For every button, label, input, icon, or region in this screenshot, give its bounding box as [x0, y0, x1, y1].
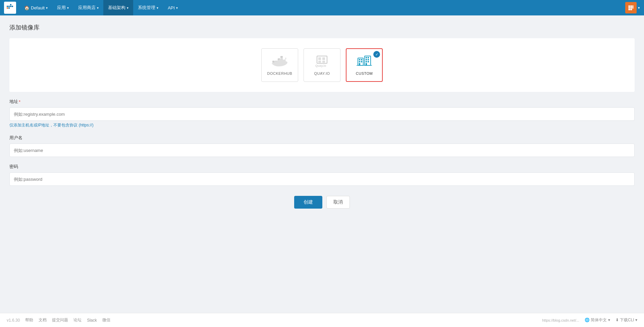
svg-rect-4 — [7, 7, 8, 9]
chevron-down-icon: ▾ — [46, 6, 48, 10]
address-form-group: 地址* 仅添加主机名或IP地址，不要包含协议 (https://) — [9, 99, 635, 128]
svg-rect-9 — [632, 5, 633, 7]
svg-rect-24 — [322, 57, 325, 60]
svg-rect-12 — [629, 9, 630, 10]
footer-download[interactable]: ⬇ 下载CLI ▾ — [615, 317, 637, 323]
custom-registry-icon — [356, 55, 373, 69]
svg-rect-35 — [366, 57, 367, 58]
chevron-down-icon: ▾ — [97, 6, 99, 10]
nav-infra[interactable]: 基础架构 ▾ — [103, 0, 133, 15]
svg-rect-41 — [366, 63, 367, 65]
svg-rect-21 — [280, 56, 283, 58]
page-footer: v1.6.30 帮助 文档 提交问题 论坛 Slack 微信 https://b… — [0, 313, 644, 327]
footer-docs[interactable]: 文档 — [39, 317, 47, 323]
footer-forum[interactable]: 论坛 — [73, 317, 82, 323]
chevron-down-icon: ▾ — [176, 6, 178, 10]
nav-default[interactable]: 🏠 Default ▾ — [19, 0, 52, 15]
custom-label: Custom — [356, 71, 373, 75]
svg-rect-10 — [629, 7, 630, 8]
svg-rect-23 — [318, 57, 321, 60]
svg-rect-11 — [630, 7, 632, 8]
username-input[interactable] — [9, 144, 635, 157]
address-label: 地址* — [9, 99, 635, 105]
user-menu-chevron[interactable]: ▾ — [638, 6, 640, 10]
svg-rect-38 — [368, 59, 369, 60]
username-label: 用户名 — [9, 135, 635, 141]
password-form-group: 密码 — [9, 164, 635, 186]
quay-icon: Quay.io — [314, 55, 330, 69]
svg-rect-6 — [12, 6, 13, 7]
svg-rect-33 — [359, 63, 360, 65]
chevron-down-icon: ▾ — [157, 6, 158, 10]
footer-issue[interactable]: 提交问题 — [52, 317, 68, 323]
svg-text:Quay.io: Quay.io — [315, 64, 326, 67]
registry-form: 地址* 仅添加主机名或IP地址，不要包含协议 (https://) 用户名 密码… — [9, 99, 635, 215]
footer-right: https://blog.csdn.net/... 🌐 简体中文 ▾ ⬇ 下载C… — [542, 317, 637, 323]
cancel-button[interactable]: 取消 — [326, 196, 350, 209]
registry-options: DockerHub Quay.io Quay.io — [261, 48, 383, 82]
nav-sysadmin[interactable]: 系统管理 ▾ — [133, 0, 163, 15]
svg-rect-30 — [361, 59, 362, 60]
quay-label: Quay.io — [314, 71, 330, 75]
svg-rect-3 — [8, 7, 10, 9]
svg-rect-13 — [630, 9, 632, 10]
registry-option-custom[interactable]: ✓ — [346, 48, 383, 82]
svg-rect-2 — [10, 6, 11, 7]
svg-rect-28 — [358, 58, 363, 65]
chevron-down-icon: ▾ — [67, 6, 69, 10]
svg-rect-31 — [359, 61, 360, 62]
address-input[interactable] — [9, 107, 635, 121]
home-icon: 🏠 — [24, 5, 30, 10]
nav-left: 🏠 Default ▾ 应用 ▾ 应用商店 ▾ 基础架构 ▾ 系统管理 ▾ AP… — [4, 0, 182, 15]
svg-rect-8 — [630, 5, 632, 7]
selected-check-badge: ✓ — [373, 51, 380, 58]
svg-rect-39 — [366, 61, 367, 62]
nav-right: ▾ — [625, 2, 640, 13]
svg-rect-40 — [368, 61, 369, 62]
required-indicator: * — [19, 99, 20, 104]
registry-option-dockerhub[interactable]: DockerHub — [261, 48, 298, 82]
password-label: 密码 — [9, 164, 635, 170]
registry-selector-card: DockerHub Quay.io Quay.io — [9, 38, 635, 92]
password-input[interactable] — [9, 172, 635, 186]
user-avatar[interactable] — [625, 2, 637, 13]
svg-rect-5 — [10, 4, 11, 5]
svg-rect-32 — [361, 61, 362, 62]
nav-apps[interactable]: 应用 ▾ — [52, 0, 73, 15]
svg-rect-0 — [7, 6, 8, 7]
dockerhub-icon — [271, 55, 288, 69]
svg-rect-14 — [632, 7, 633, 8]
svg-rect-37 — [366, 59, 367, 60]
footer-slack[interactable]: Slack — [87, 318, 97, 323]
svg-rect-1 — [8, 6, 10, 7]
form-button-row: 创建 取消 — [9, 196, 635, 209]
footer-lang[interactable]: 🌐 简体中文 ▾ — [585, 317, 610, 323]
svg-rect-7 — [629, 5, 630, 7]
nav-api[interactable]: API ▾ — [163, 0, 182, 15]
nav-appstore[interactable]: 应用商店 ▾ — [73, 0, 103, 15]
footer-left: v1.6.30 帮助 文档 提交问题 论坛 Slack 微信 — [7, 317, 110, 323]
svg-rect-26 — [322, 61, 325, 63]
create-button[interactable]: 创建 — [294, 196, 322, 209]
address-hint: 仅添加主机名或IP地址，不要包含协议 (https://) — [9, 122, 635, 128]
svg-rect-29 — [359, 59, 360, 60]
app-logo[interactable] — [4, 2, 16, 14]
version-label: v1.6.30 — [7, 318, 20, 323]
chevron-down-icon: ▾ — [127, 6, 128, 10]
footer-url: https://blog.csdn.net/... — [542, 318, 579, 322]
page-title: 添加镜像库 — [9, 23, 635, 32]
registry-option-quay[interactable]: Quay.io Quay.io — [304, 48, 340, 82]
username-form-group: 用户名 — [9, 135, 635, 157]
top-navigation: 🏠 Default ▾ 应用 ▾ 应用商店 ▾ 基础架构 ▾ 系统管理 ▾ AP… — [0, 0, 644, 15]
footer-help[interactable]: 帮助 — [25, 317, 33, 323]
svg-rect-25 — [318, 61, 321, 63]
dockerhub-label: DockerHub — [267, 71, 292, 75]
svg-rect-36 — [368, 57, 369, 58]
page-content: 添加镜像库 — [0, 15, 644, 313]
footer-wechat[interactable]: 微信 — [102, 317, 110, 323]
